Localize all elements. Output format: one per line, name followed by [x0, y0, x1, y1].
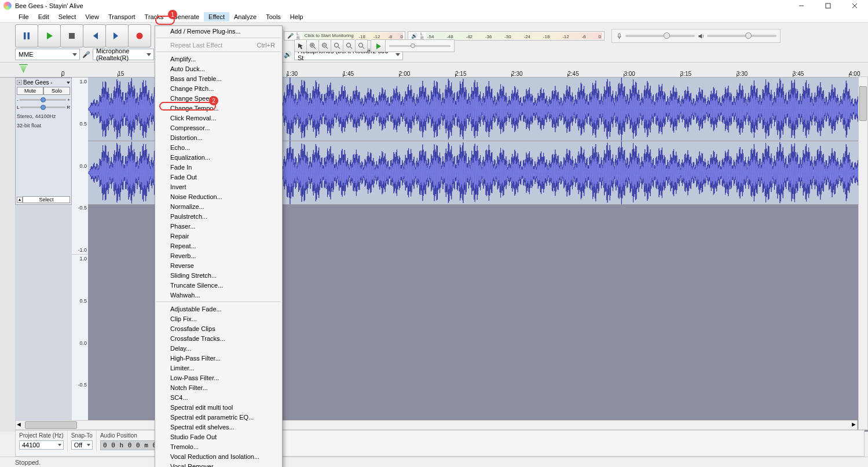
track-collapse-up-icon[interactable]: ▲ — [17, 197, 23, 203]
audio-host-select[interactable]: MME — [15, 49, 80, 60]
record-button[interactable] — [128, 24, 151, 47]
solo-button[interactable]: Solo — [43, 87, 70, 95]
snap-to-select[interactable]: Off — [71, 440, 93, 450]
menu-edit[interactable]: Edit — [34, 12, 54, 21]
effect-noise-reduction---[interactable]: Noise Reduction... — [155, 192, 282, 201]
menu-help[interactable]: Help — [285, 12, 308, 21]
effect-auto-duck---[interactable]: Auto Duck... — [155, 64, 282, 73]
effect-adjustable-fade---[interactable]: Adjustable Fade... — [155, 304, 282, 314]
zoom-out-button[interactable] — [318, 39, 331, 52]
effect-low-pass-filter---[interactable]: Low-Pass Filter... — [155, 373, 282, 383]
effect-change-pitch---[interactable]: Change Pitch... — [155, 83, 282, 93]
effect-normalize---[interactable]: Normalize... — [155, 201, 282, 211]
effect-amplify---[interactable]: Amplify... — [155, 54, 282, 64]
pause-button[interactable] — [15, 24, 38, 47]
timeline-tick: 3:00 — [624, 71, 635, 77]
horizontal-scrollbar[interactable]: ◄ ► — [15, 420, 858, 430]
effect-vocal-reduction-and-isolation---[interactable]: Vocal Reduction and Isolation... — [155, 451, 282, 461]
project-rate-select[interactable]: 44100 — [19, 440, 64, 450]
titlebar: Bee Gees - Stayin' Alive — [0, 0, 868, 12]
effect-truncate-silence---[interactable]: Truncate Silence... — [155, 280, 282, 290]
play-button[interactable] — [38, 24, 61, 47]
effect-echo---[interactable]: Echo... — [155, 142, 282, 152]
zoom-fit-sel-button[interactable] — [331, 39, 343, 52]
effect-repeat---[interactable]: Repeat... — [155, 241, 282, 251]
speaker-icon — [697, 32, 705, 40]
effect-click-removal---[interactable]: Click Removal... — [155, 113, 282, 123]
maximize-button[interactable] — [815, 0, 841, 12]
effect-limiter---[interactable]: Limiter... — [155, 363, 282, 373]
effect-spectral-edit-multi-tool[interactable]: Spectral edit multi tool — [155, 402, 282, 412]
effect-delay---[interactable]: Delay... — [155, 343, 282, 353]
effect-clip-fix---[interactable]: Clip Fix... — [155, 314, 282, 323]
effect-invert[interactable]: Invert — [155, 182, 282, 192]
app-logo-icon — [3, 2, 12, 10]
stop-button[interactable] — [60, 24, 83, 47]
timeline-ruler[interactable]: 0151:151:301:452:002:152:302:453:003:153… — [0, 62, 868, 78]
project-rate-label: Project Rate (Hz) — [19, 432, 64, 439]
menu-file[interactable]: File — [14, 12, 34, 21]
svg-rect-3 — [69, 33, 75, 39]
effect-fade-out[interactable]: Fade Out — [155, 172, 282, 182]
effect-change-speed---[interactable]: Change Speed... — [155, 93, 282, 103]
zoom-fit-button[interactable] — [343, 39, 356, 52]
svg-rect-1 — [24, 32, 26, 39]
gain-slider[interactable] — [20, 99, 67, 101]
effect-bass-and-treble---[interactable]: Bass and Treble... — [155, 73, 282, 83]
menu-view[interactable]: View — [80, 12, 104, 21]
effect-high-pass-filter---[interactable]: High-Pass Filter... — [155, 353, 282, 363]
effect-change-tempo---[interactable]: Change Tempo... — [155, 103, 282, 113]
menu-transport[interactable]: Transport — [104, 12, 140, 21]
effect-repair[interactable]: Repair — [155, 231, 282, 241]
pan-slider[interactable] — [20, 106, 65, 108]
skip-end-button[interactable] — [105, 24, 129, 47]
playhead-pin-icon[interactable] — [19, 64, 28, 73]
menu-effect[interactable]: Effect — [204, 12, 229, 21]
effect-notch-filter---[interactable]: Notch Filter... — [155, 383, 282, 392]
menu-tracks[interactable]: Tracks — [140, 12, 169, 21]
vertical-scrollbar[interactable] — [858, 76, 868, 430]
zoom-toggle-button[interactable] — [355, 39, 368, 52]
effect-spectral-edit-shelves---[interactable]: Spectral edit shelves... — [155, 422, 282, 432]
menu-generate[interactable]: Generate — [168, 12, 204, 21]
menu-analyze[interactable]: Analyze — [229, 12, 261, 21]
effect-studio-fade-out[interactable]: Studio Fade Out — [155, 432, 282, 442]
effect-crossfade-clips[interactable]: Crossfade Clips — [155, 323, 282, 333]
svg-rect-2 — [28, 32, 30, 39]
track-control-panel[interactable]: × Bee Gees - Mute Solo -+ LR Stereo, 441… — [15, 78, 72, 205]
effect-wahwah---[interactable]: Wahwah... — [155, 290, 282, 300]
timeline-tick: 1:30 — [287, 71, 298, 77]
effect-reverb---[interactable]: Reverb... — [155, 251, 282, 260]
close-button[interactable] — [841, 0, 868, 12]
mute-button[interactable]: Mute — [17, 87, 43, 95]
effect-reverse[interactable]: Reverse — [155, 260, 282, 270]
zoom-in-button[interactable] — [306, 39, 319, 52]
effect-vocal-remover---[interactable]: Vocal Remover... — [155, 461, 282, 467]
effect-crossfade-tracks---[interactable]: Crossfade Tracks... — [155, 333, 282, 343]
track-close-button[interactable]: × — [17, 80, 22, 85]
track-menu-dropdown-icon[interactable] — [67, 82, 70, 84]
svg-point-9 — [358, 43, 362, 47]
input-device-select[interactable]: Microphone (Realtek(R) — [93, 49, 154, 60]
recording-volume-slider[interactable] — [611, 29, 781, 43]
effect-tremolo---[interactable]: Tremolo... — [155, 442, 282, 451]
effect-sliding-stretch---[interactable]: Sliding Stretch... — [155, 270, 282, 280]
menu-tools[interactable]: Tools — [261, 12, 285, 21]
effect-sc----[interactable]: SC4... — [155, 392, 282, 402]
play-at-speed-button[interactable] — [371, 39, 386, 52]
track-select-button[interactable]: Select — [23, 196, 70, 203]
timeline-tick: 3:45 — [793, 71, 804, 77]
effect-equalization---[interactable]: Equalization... — [155, 152, 282, 162]
skip-start-button[interactable] — [83, 24, 106, 47]
effect-fade-in[interactable]: Fade In — [155, 162, 282, 172]
speaker-device-icon: 🔊 — [284, 51, 292, 58]
effect-paulstretch---[interactable]: Paulstretch... — [155, 211, 282, 221]
effect-distortion---[interactable]: Distortion... — [155, 133, 282, 142]
menu-select[interactable]: Select — [54, 12, 81, 21]
cursor-tool-icon[interactable] — [294, 39, 307, 52]
effect-compressor---[interactable]: Compressor... — [155, 123, 282, 133]
effect-phaser---[interactable]: Phaser... — [155, 221, 282, 231]
effect-spectral-edit-parametric-eq---[interactable]: Spectral edit parametric EQ... — [155, 412, 282, 422]
minimize-button[interactable] — [788, 0, 815, 12]
effect-add---remove-plug-ins---[interactable]: Add / Remove Plug-ins... — [155, 26, 282, 36]
